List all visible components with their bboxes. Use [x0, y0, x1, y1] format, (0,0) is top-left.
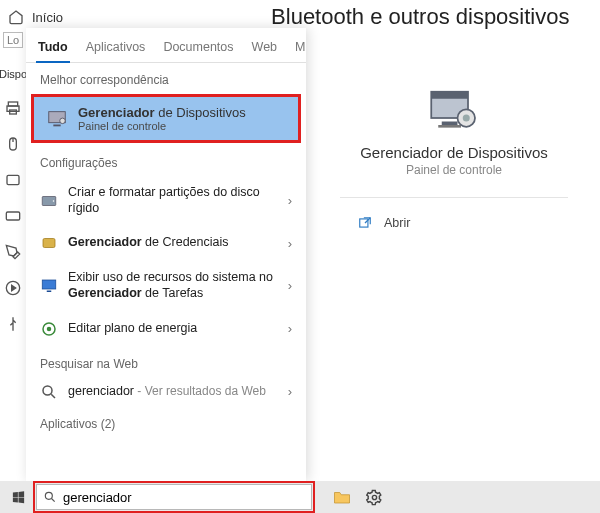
- preview-title: Gerenciador de Dispositivos: [360, 144, 548, 161]
- result-credentials[interactable]: Gerenciador de Credenciais ›: [26, 225, 306, 261]
- best-match-result[interactable]: Gerenciador de Dispositivos Painel de co…: [32, 95, 300, 142]
- taskbar-search[interactable]: [36, 484, 312, 510]
- search-icon: [40, 383, 58, 401]
- monitor-icon: [40, 277, 58, 295]
- best-match-title: Gerenciador de Dispositivos: [78, 105, 246, 120]
- svg-point-30: [372, 495, 376, 499]
- start-button[interactable]: [0, 481, 36, 513]
- tab-apps[interactable]: Aplicativos: [84, 34, 148, 62]
- tab-docs[interactable]: Documentos: [161, 34, 235, 62]
- open-action[interactable]: Abrir: [338, 208, 430, 238]
- svg-point-18: [47, 326, 52, 331]
- chevron-right-icon: ›: [288, 193, 292, 208]
- touchpad-icon[interactable]: [5, 172, 21, 188]
- device-manager-large-icon: [426, 88, 482, 134]
- settings-button[interactable]: [358, 481, 390, 513]
- result-preview-pane: Gerenciador de Dispositivos Painel de co…: [312, 70, 596, 481]
- chevron-right-icon: ›: [288, 384, 292, 399]
- home-icon: [8, 9, 24, 25]
- result-power-plan[interactable]: Editar plano de energia ›: [26, 311, 306, 347]
- disk-icon: [40, 192, 58, 210]
- power-icon: [40, 320, 58, 338]
- tab-web[interactable]: Web: [250, 34, 279, 62]
- settings-left-rail: Lo Dispo: [0, 28, 26, 481]
- pen-icon[interactable]: [5, 244, 21, 260]
- mouse-icon[interactable]: [5, 136, 21, 152]
- svg-rect-15: [42, 280, 56, 289]
- taskbar: [0, 481, 600, 513]
- svg-point-26: [463, 115, 470, 122]
- svg-rect-6: [6, 212, 19, 220]
- svg-rect-14: [43, 239, 55, 248]
- svg-point-11: [60, 118, 66, 124]
- svg-rect-22: [431, 92, 468, 99]
- search-input[interactable]: [63, 490, 305, 505]
- search-icon: [43, 490, 57, 504]
- tab-all[interactable]: Tudo: [36, 34, 70, 62]
- section-settings: Configurações: [26, 146, 306, 176]
- autoplay-icon[interactable]: [5, 280, 21, 296]
- windows-icon: [11, 490, 26, 505]
- tab-more[interactable]: Mais▾: [293, 34, 306, 62]
- chevron-right-icon: ›: [288, 278, 292, 293]
- svg-point-19: [43, 386, 52, 395]
- result-web-search[interactable]: gerenciador - Ver resultados da Web ›: [26, 377, 306, 407]
- section-apps: Aplicativos (2): [26, 407, 306, 437]
- svg-marker-8: [12, 285, 16, 290]
- svg-line-29: [52, 499, 55, 502]
- page-title: Bluetooth e outros dispositivos: [271, 4, 569, 30]
- result-partitions[interactable]: Criar e formatar partições do disco rígi…: [26, 176, 306, 225]
- credential-icon: [40, 234, 58, 252]
- file-explorer-button[interactable]: [326, 481, 358, 513]
- folder-icon: [333, 489, 351, 505]
- rail-text: Dispo: [0, 68, 27, 80]
- svg-point-28: [45, 492, 52, 499]
- home-label[interactable]: Início: [32, 10, 63, 25]
- preview-subtitle: Painel de controle: [406, 163, 502, 177]
- svg-rect-16: [47, 290, 52, 292]
- printer-icon[interactable]: [5, 100, 21, 116]
- svg-rect-5: [7, 175, 19, 184]
- svg-rect-24: [438, 125, 461, 128]
- svg-point-13: [53, 200, 55, 202]
- section-best-match: Melhor correspondência: [26, 63, 306, 93]
- keyboard-icon[interactable]: [5, 208, 21, 224]
- best-match-subtitle: Painel de controle: [78, 120, 246, 132]
- result-task-manager[interactable]: Exibir uso de recursos do sistema no Ger…: [26, 261, 306, 310]
- section-search-web: Pesquisar na Web: [26, 347, 306, 377]
- chevron-right-icon: ›: [288, 236, 292, 251]
- gear-icon: [366, 489, 383, 506]
- open-icon: [358, 216, 372, 230]
- search-results-panel: Tudo Aplicativos Documentos Web Mais▾ ⚐ …: [26, 28, 306, 481]
- svg-rect-27: [360, 219, 368, 227]
- svg-rect-10: [53, 124, 60, 126]
- divider: [340, 197, 567, 198]
- svg-rect-23: [442, 122, 458, 126]
- usb-icon[interactable]: [5, 316, 21, 332]
- chevron-right-icon: ›: [288, 321, 292, 336]
- search-tabs: Tudo Aplicativos Documentos Web Mais▾ ⚐ …: [26, 28, 306, 63]
- svg-line-20: [51, 394, 55, 398]
- device-manager-icon: [46, 108, 68, 130]
- rail-text: Lo: [3, 32, 23, 48]
